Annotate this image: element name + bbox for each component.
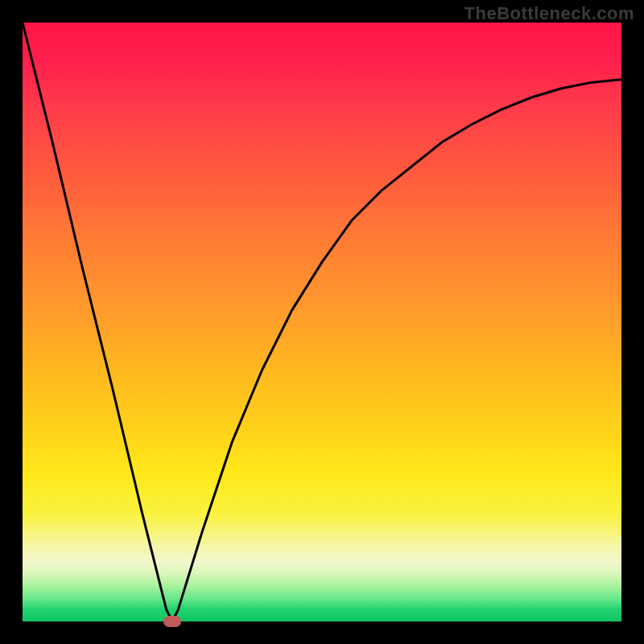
bottleneck-curve [23,23,621,621]
watermark-label: TheBottleneck.com [464,3,634,24]
plot-area [23,23,621,621]
chart-stage: TheBottleneck.com [0,0,644,644]
curve-svg [23,23,621,621]
minima-marker [163,616,181,627]
